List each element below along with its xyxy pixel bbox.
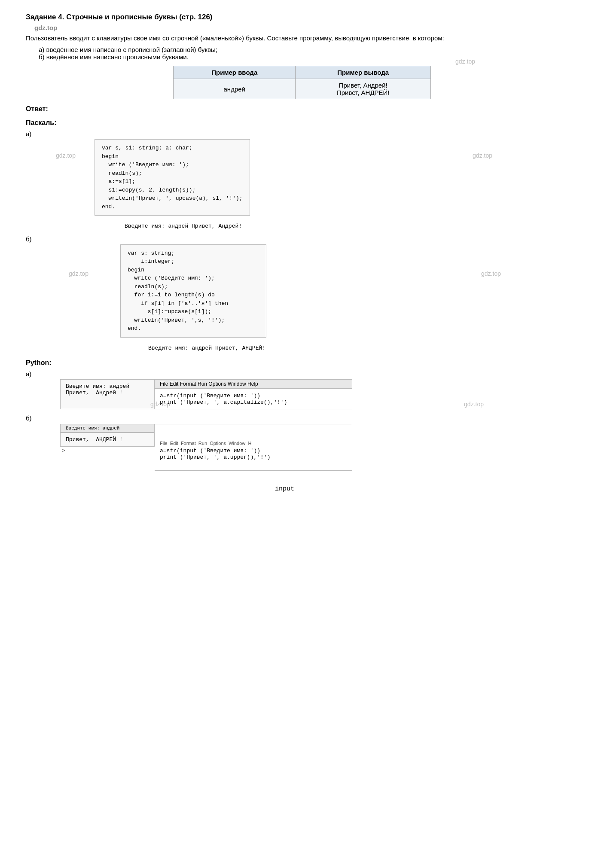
pascal-label: Паскаль: — [26, 119, 578, 127]
watermark-code-b-right: gdz.top — [481, 270, 501, 277]
python-b-container: Введите имя: андрей Привет, АНДРЕЙ ! > F… — [60, 424, 352, 471]
table-cell-output1: Привет, Андрей! Привет, АНДРЕЙ! — [296, 79, 431, 99]
python-b-menu-stub: File Edit Format Run Options Window H — [160, 441, 347, 446]
output-b: Введите имя: андрей Привет, АНДРЕЙ! — [148, 344, 578, 353]
python-part-a-label: а) — [26, 370, 578, 378]
python-b-code: File Edit Format Run Options Window Ha=s… — [155, 424, 352, 471]
input-label: input — [275, 485, 578, 493]
pascal-code-a: var s, s1: string; a: char; begin write … — [95, 139, 250, 216]
example-table: Пример ввода Пример вывода андрей Привет… — [173, 66, 431, 99]
separator-a — [95, 221, 241, 221]
watermark-python-a-right: gdz.top — [464, 401, 484, 408]
answer-label: Ответ: — [26, 105, 578, 113]
point-b: б) введённое имя написано прописными бук… — [39, 53, 578, 61]
table-header-input: Пример ввода — [174, 66, 296, 79]
intro-text: Пользователь вводит с клавиатуры свое им… — [26, 33, 578, 43]
python-b-code-text: a=str(input ('Введите имя: ')) print ('П… — [160, 448, 270, 460]
python-b-prompt: > — [60, 447, 155, 454]
pascal-code-b: var s: string; i:integer; begin write ('… — [120, 244, 266, 338]
python-b-left: Привет, АНДРЕЙ ! — [60, 432, 155, 447]
point-a: а) введённое имя написано с прописной (з… — [39, 46, 578, 53]
separator-b — [120, 343, 266, 343]
watermark-python-a-left: gdz.top — [150, 401, 170, 408]
python-label: Python: — [26, 359, 578, 367]
watermark-table-top: gdz.top — [455, 58, 475, 65]
python-b-header: Введите имя: андрей — [60, 424, 155, 432]
watermark-code-b-left: gdz.top — [69, 270, 88, 277]
python-a-container: Введите имя: андрей Привет, Андрей ! Fil… — [60, 379, 352, 409]
watermark-code-a-right: gdz.top — [473, 152, 492, 159]
python-a-menu: File Edit Format Run Options Window Help — [155, 379, 352, 389]
python-a-code: a=str(input ('Введите имя: ')) print ('П… — [155, 389, 352, 409]
python-part-b-label: б) — [26, 414, 578, 422]
table-cell-input: андрей — [174, 79, 296, 99]
watermark-code-a-left: gdz.top — [56, 152, 76, 159]
table-header-output: Пример вывода — [296, 66, 431, 79]
part-b-label: б) — [26, 235, 578, 243]
python-a-left: Введите имя: андрей Привет, Андрей ! — [60, 379, 155, 409]
output-a: Введите имя: андрей Привет, Андрей! — [125, 222, 578, 231]
page-title: Задание 4. Строчные и прописные буквы (с… — [26, 13, 578, 21]
part-a-label: а) — [26, 130, 578, 137]
watermark-top: gdz.top — [34, 24, 578, 31]
